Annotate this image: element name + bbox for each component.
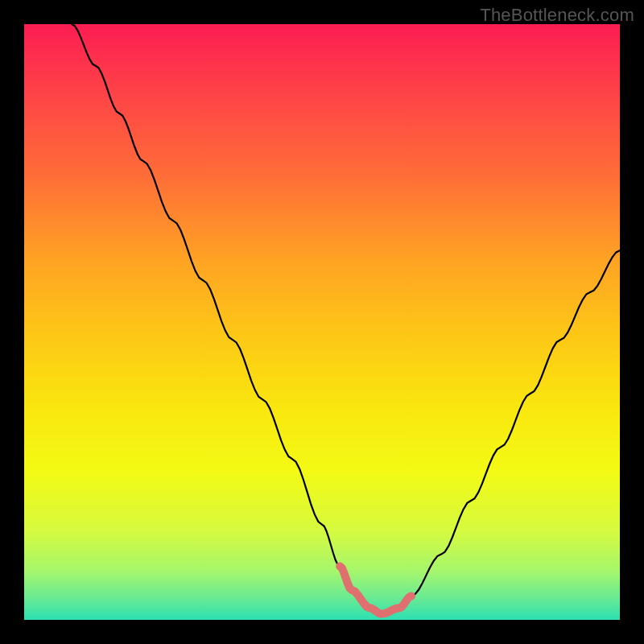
bottleneck-curve-line: [72, 24, 620, 614]
curve-svg: [24, 24, 620, 620]
optimal-band-marker-line: [340, 566, 411, 613]
plot-area: [24, 24, 620, 620]
watermark-text: TheBottleneck.com: [480, 5, 634, 26]
chart-frame: TheBottleneck.com: [0, 0, 644, 644]
